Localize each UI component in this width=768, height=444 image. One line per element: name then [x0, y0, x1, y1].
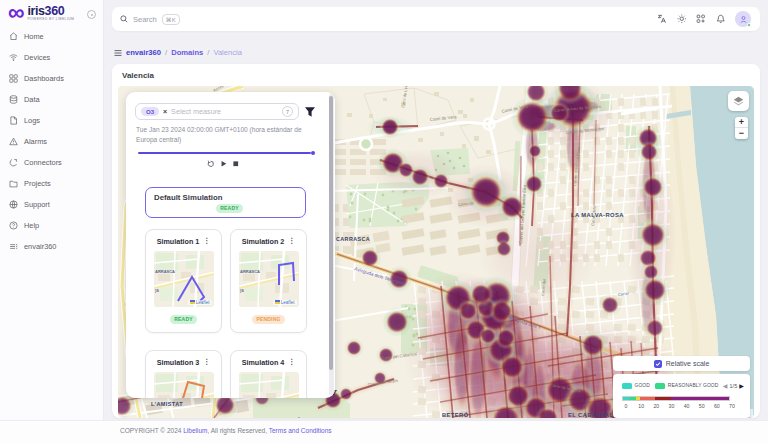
svg-text:CIUTAT JARDÍ: CIUTAT JARDÍ [253, 416, 300, 418]
svg-text:ARRASCA: ARRASCA [240, 269, 260, 274]
svg-text:BETERÓ: BETERÓ [442, 411, 469, 418]
svg-text:EL CABANYAL: EL CABANYAL [568, 412, 613, 418]
svg-text:)S: )S [240, 288, 244, 293]
svg-text:ARRASCA: ARRASCA [155, 269, 175, 274]
svg-text:L'AMISTAT: L'AMISTAT [151, 401, 183, 407]
svg-text:LA MALVA-ROSA: LA MALVA-ROSA [571, 212, 624, 218]
svg-text:CARRASCA: CARRASCA [336, 236, 370, 242]
svg-text:)S: )S [155, 288, 159, 293]
